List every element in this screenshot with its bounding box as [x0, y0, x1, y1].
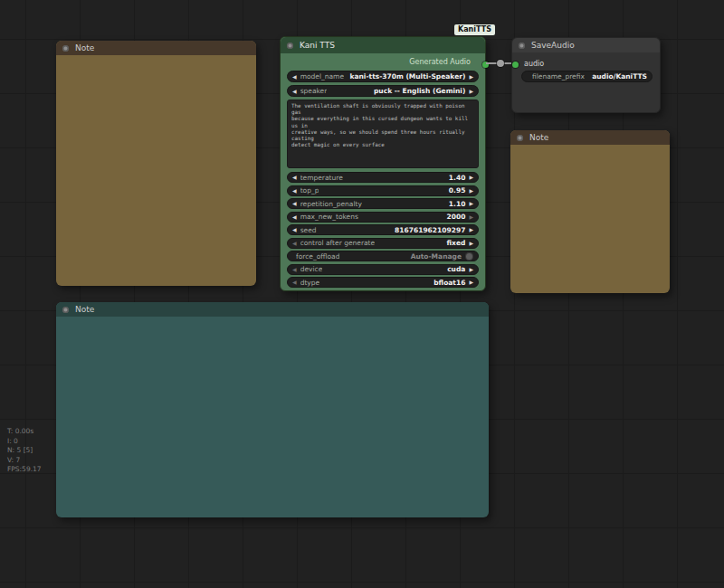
decrement-arrow-icon[interactable]: ◀: [292, 188, 297, 194]
prev-arrow-icon[interactable]: ◀: [292, 74, 297, 80]
next-arrow-icon[interactable]: ▶: [469, 241, 473, 246]
collapse-dot-icon[interactable]: [517, 135, 523, 141]
widget-label: force_offload: [296, 252, 339, 261]
note-node-top-left[interactable]: Note: [56, 41, 256, 286]
input-slot-label: audio: [524, 60, 544, 68]
prev-arrow-icon[interactable]: ◀: [292, 241, 297, 246]
decrement-arrow-icon[interactable]: ◀: [292, 214, 297, 220]
widget-value: 816761962109297: [395, 226, 465, 234]
next-arrow-icon[interactable]: ▶: [469, 280, 473, 285]
next-arrow-icon[interactable]: ▶: [469, 74, 473, 80]
collapse-dot-icon[interactable]: [62, 45, 69, 52]
note-node-right[interactable]: Note: [510, 130, 670, 293]
node-title: SaveAudio: [531, 41, 575, 50]
perf-stat-line: I: 0: [7, 437, 42, 447]
collapse-dot-icon[interactable]: [62, 307, 69, 313]
widget-value: 1.10: [449, 200, 466, 208]
widget-max-new-tokens[interactable]: ◀ max_new_tokens 2000 ▶: [287, 212, 479, 223]
widget-label: top_p: [300, 186, 319, 194]
collapse-dot-icon[interactable]: [287, 43, 293, 49]
widget-value: fixed: [447, 239, 466, 247]
increment-arrow-icon[interactable]: ▶: [469, 201, 473, 206]
collapse-dot-icon[interactable]: [519, 43, 525, 49]
kani-node-header[interactable]: Kani TTS: [281, 37, 485, 53]
widget-label: speaker: [300, 87, 328, 95]
widget-label: device: [300, 265, 323, 273]
widget-label: temperature: [300, 174, 343, 182]
node-title: Kani TTS: [300, 41, 335, 50]
prev-arrow-icon[interactable]: ◀: [292, 280, 297, 285]
perf-stat-line: T: 0.00s: [7, 427, 42, 437]
widget-value: puck -- English (Gemini): [374, 87, 465, 95]
widget-repetition-penalty[interactable]: ◀ repetition_penalty 1.10 ▶: [287, 198, 479, 209]
perf-stat-line: N: 5 [5]: [7, 446, 42, 456]
perf-stat-line: V: 7: [7, 456, 42, 466]
widget-label: repetition_penalty: [300, 200, 362, 208]
widget-value: 1.40: [449, 174, 466, 182]
note-node-bottom[interactable]: Note: [56, 302, 489, 517]
perf-stats: T: 0.00s I: 0 N: 5 [5] V: 7 FPS:59.17: [7, 427, 42, 475]
widget-top-p[interactable]: ◀ top_p 0.95 ▶: [287, 185, 479, 196]
widget-filename-prefix[interactable]: filename_prefix audio/KaniTTS: [521, 71, 653, 82]
increment-arrow-icon[interactable]: ▶: [469, 214, 473, 220]
output-slot-label: Generated Audio: [409, 58, 471, 66]
widget-temperature[interactable]: ◀ temperature 1.40 ▶: [287, 172, 479, 183]
widget-label: model_name: [300, 72, 344, 81]
toggle-knob-icon[interactable]: [465, 252, 473, 261]
widget-model-name[interactable]: ◀ model_name kani-tts-370m (Multi-Speake…: [287, 71, 479, 82]
widget-force-offload[interactable]: force_offload Auto-Manage: [287, 251, 479, 261]
increment-arrow-icon[interactable]: ▶: [469, 188, 473, 194]
prev-arrow-icon[interactable]: ◀: [292, 267, 297, 272]
widget-value: 2000: [447, 213, 466, 221]
save-audio-node[interactable]: SaveAudio audio filename_prefix audio/Ka…: [511, 37, 661, 113]
node-title: Note: [75, 305, 94, 314]
decrement-arrow-icon[interactable]: ◀: [292, 175, 297, 180]
widget-seed[interactable]: ◀ seed 816761962109297 ▶: [287, 224, 479, 235]
widget-label: dtype: [300, 279, 320, 287]
widget-control-after-generate[interactable]: ◀ control after generate fixed ▶: [287, 238, 479, 249]
next-arrow-icon[interactable]: ▶: [469, 267, 473, 272]
node-title: Note: [75, 43, 94, 52]
prev-arrow-icon[interactable]: ◀: [292, 89, 297, 94]
widget-label: filename_prefix: [532, 72, 585, 81]
note-node-header[interactable]: Note: [56, 302, 489, 317]
perf-stat-line: FPS:59.17: [7, 465, 42, 475]
input-slot-dot[interactable]: [512, 62, 519, 68]
widget-label: control after generate: [300, 239, 376, 247]
node-title: Note: [529, 133, 548, 142]
widget-value: cuda: [447, 265, 465, 273]
widget-value: kani-tts-370m (Multi-Speaker): [349, 72, 465, 81]
widget-value: 0.95: [449, 186, 466, 194]
widget-value: Auto-Manage: [411, 252, 462, 261]
widget-value: bfloat16: [433, 279, 465, 287]
next-arrow-icon[interactable]: ▶: [469, 89, 473, 94]
widget-label: max_new_tokens: [300, 213, 358, 221]
prompt-textarea[interactable]: The ventilation shaft is obviously trapp…: [287, 100, 479, 168]
note-node-header[interactable]: Note: [510, 130, 670, 145]
node-graph-canvas[interactable]: Note Kani TTS Generated Audio ◀ model_na…: [0, 0, 724, 588]
note-node-header[interactable]: Note: [56, 41, 256, 55]
decrement-arrow-icon[interactable]: ◀: [292, 201, 297, 206]
widget-device[interactable]: ◀ device cuda ▶: [287, 264, 479, 275]
widget-value: audio/KaniTTS: [592, 72, 647, 81]
widget-speaker[interactable]: ◀ speaker puck -- English (Gemini) ▶: [287, 85, 479, 97]
save-audio-node-header[interactable]: SaveAudio: [512, 38, 660, 52]
reroute-dot[interactable]: [497, 60, 504, 67]
kani-tts-node[interactable]: Kani TTS Generated Audio ◀ model_name ka…: [280, 36, 486, 291]
increment-arrow-icon[interactable]: ▶: [469, 227, 473, 232]
decrement-arrow-icon[interactable]: ◀: [292, 227, 297, 232]
increment-arrow-icon[interactable]: ▶: [469, 175, 473, 180]
widget-label: seed: [300, 226, 317, 234]
node-tooltip: KaniTTS: [454, 24, 495, 35]
widget-dtype[interactable]: ◀ dtype bfloat16 ▶: [287, 277, 479, 288]
